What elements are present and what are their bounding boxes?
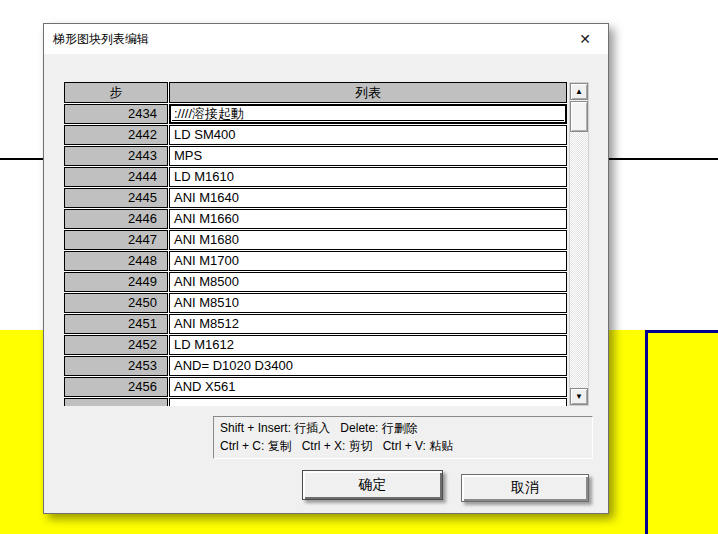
- list-cell[interactable]: ANI M1640: [169, 188, 567, 208]
- table-row[interactable]: 2450 ANI M8510: [64, 293, 567, 313]
- list-cell[interactable]: ANI M1680: [169, 230, 567, 250]
- scroll-up-icon[interactable]: ▲: [570, 83, 588, 100]
- list-cell[interactable]: :////溶接起動: [169, 104, 567, 124]
- navy-selection-frame: [645, 330, 718, 534]
- list-cell[interactable]: ANI M8512: [169, 314, 567, 334]
- close-icon[interactable]: ✕: [574, 29, 596, 49]
- instruction-list-table: 步 列表 2434 :////溶接起動 2442 LD SM400 2443 M…: [64, 82, 589, 406]
- table-row[interactable]: 2434 :////溶接起動: [64, 104, 567, 124]
- scroll-down-icon[interactable]: ▼: [570, 388, 588, 405]
- step-cell: 2443: [64, 146, 168, 166]
- table-row[interactable]: 2449 ANI M8500: [64, 272, 567, 292]
- step-cell: 2450: [64, 293, 168, 313]
- table-row[interactable]: 2452 LD M1612: [64, 335, 567, 355]
- table-row[interactable]: 2443 MPS: [64, 146, 567, 166]
- table-row[interactable]: 2444 LD M1610: [64, 167, 567, 187]
- help-line-1: Shift + Insert: 行插入 Delete: 行删除: [220, 419, 586, 437]
- step-cell: 2448: [64, 251, 168, 271]
- table-row[interactable]: 2442 LD SM400: [64, 125, 567, 145]
- table-row[interactable]: 2448 ANI M1700: [64, 251, 567, 271]
- step-cell: 2447: [64, 230, 168, 250]
- step-cell: 2452: [64, 335, 168, 355]
- shortcut-help-box: Shift + Insert: 行插入 Delete: 行删除 Ctrl + C…: [213, 416, 593, 459]
- list-grid[interactable]: 步 列表 2434 :////溶接起動 2442 LD SM400 2443 M…: [64, 82, 567, 406]
- step-cell: 2434: [64, 104, 168, 124]
- cancel-button[interactable]: 取消: [461, 474, 589, 502]
- table-row[interactable]: 2445 ANI M1640: [64, 188, 567, 208]
- list-cell[interactable]: AND= D1020 D3400: [169, 356, 567, 376]
- ladder-block-list-edit-dialog: 梯形图块列表编辑 ✕ 步 列表 2434 :////溶接起動 2442 LD S…: [43, 23, 609, 514]
- dialog-titlebar[interactable]: 梯形图块列表编辑 ✕: [44, 24, 608, 54]
- step-cell: 2444: [64, 167, 168, 187]
- table-header-row: 步 列表: [64, 82, 567, 103]
- step-cell: 2453: [64, 356, 168, 376]
- table-row[interactable]: 2456 AND X561: [64, 377, 567, 397]
- help-line-2: Ctrl + C: 复制 Ctrl + X: 剪切 Ctrl + V: 粘贴: [220, 437, 586, 455]
- scrollbar-thumb[interactable]: [570, 101, 588, 132]
- table-row[interactable]: 2447 ANI M1680: [64, 230, 567, 250]
- table-row[interactable]: 2446 ANI M1660: [64, 209, 567, 229]
- list-grid-rows: 2434 :////溶接起動 2442 LD SM400 2443 MPS 24…: [64, 104, 567, 397]
- list-cell[interactable]: ANI M1700: [169, 251, 567, 271]
- step-cell: 2451: [64, 314, 168, 334]
- table-row[interactable]: 2453 AND= D1020 D3400: [64, 356, 567, 376]
- step-cell: 2449: [64, 272, 168, 292]
- table-row-partial: [64, 398, 567, 406]
- list-cell[interactable]: MPS: [169, 146, 567, 166]
- table-row[interactable]: 2451 ANI M8512: [64, 314, 567, 334]
- list-column-header: 列表: [169, 82, 567, 103]
- list-cell[interactable]: AND X561: [169, 377, 567, 397]
- list-cell[interactable]: LD M1610: [169, 167, 567, 187]
- list-cell[interactable]: ANI M1660: [169, 209, 567, 229]
- step-cell: 2446: [64, 209, 168, 229]
- step-cell: 2456: [64, 377, 168, 397]
- ok-button[interactable]: 确定: [302, 470, 443, 500]
- list-cell[interactable]: ANI M8510: [169, 293, 567, 313]
- step-cell: 2445: [64, 188, 168, 208]
- step-column-header: 步: [64, 82, 168, 103]
- list-cell[interactable]: LD SM400: [169, 125, 567, 145]
- list-cell[interactable]: LD M1612: [169, 335, 567, 355]
- step-cell: [64, 398, 168, 406]
- step-cell: 2442: [64, 125, 168, 145]
- list-cell: [169, 398, 567, 406]
- dialog-title: 梯形图块列表编辑: [44, 31, 149, 48]
- vertical-scrollbar[interactable]: ▲ ▼: [569, 82, 589, 406]
- list-cell[interactable]: ANI M8500: [169, 272, 567, 292]
